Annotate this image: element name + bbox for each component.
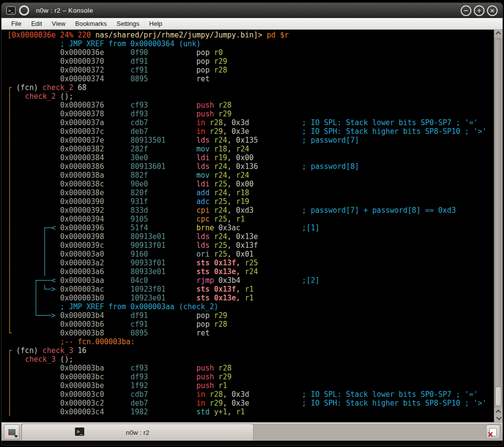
terminal-line: │ check_3 (); (7, 355, 494, 364)
minimize-button[interactable]: − (461, 5, 471, 16)
menu-item-bookmarks[interactable]: Bookmarks (70, 19, 112, 28)
text-segment: , 0x01 (227, 250, 254, 259)
menu-item-settings[interactable]: Settings (112, 19, 144, 28)
text-segment: 0x0000037c (60, 127, 104, 136)
text-segment: ; IO SPH: Stack higher bits SP8-SP10 ; '… (302, 127, 486, 136)
text-segment: 16 (73, 346, 86, 355)
new-tab-button[interactable] (4, 424, 19, 440)
text-segment: └ (7, 329, 12, 337)
text-segment: 0895 (131, 74, 196, 83)
text-segment: │ (7, 399, 12, 408)
text-segment: │ (7, 171, 12, 180)
text-segment (104, 118, 131, 127)
text-segment: in (196, 127, 209, 136)
text-segment: r29 (209, 399, 223, 408)
text-segment: (fcn) (16, 346, 42, 355)
text-segment: 90e0 (131, 180, 196, 188)
text-segment (38, 302, 60, 311)
close-session-icon: × (489, 428, 497, 436)
scrollbar[interactable] (494, 30, 503, 422)
text-segment: 0x000003aa (60, 276, 104, 285)
text-segment: 1f92 (131, 381, 196, 390)
text-segment: check_2 (25, 92, 56, 101)
text-segment: 9105 (131, 215, 196, 224)
text-segment (12, 276, 34, 285)
text-segment: │ (7, 197, 12, 206)
text-segment: ret (196, 74, 209, 83)
scrollbar-track[interactable] (496, 38, 501, 390)
terminal-line: │ 0x0000038c 90e0 ldi r25, 0x00 (7, 180, 494, 188)
maximize-button[interactable]: + (474, 5, 485, 16)
text-segment: │ (7, 302, 12, 311)
text-segment: cpi (196, 206, 214, 215)
text-segment (104, 241, 131, 250)
terminal-output[interactable]: [0x0000036e 24% 220 nas/shared/prj/rhme2… (1, 30, 494, 422)
text-segment: 0x00000386 (60, 162, 104, 171)
text-segment (104, 110, 131, 118)
text-segment: pop (196, 66, 214, 74)
text-segment: pd $r (267, 31, 289, 39)
text-segment: 0x000003c2 (60, 399, 104, 408)
terminal-line: │ ┌───< 0x000003aa 04c0 rjmp 0x3b4 ;[2] (7, 276, 494, 285)
text-segment: │ (7, 206, 12, 215)
menu-item-help[interactable]: Help (144, 19, 167, 28)
window-menu-terminal-icon[interactable]: >_ (6, 6, 16, 15)
text-segment: 0x00000396 (60, 224, 104, 232)
text-segment: r25 (214, 250, 227, 259)
text-segment: 1982 (131, 408, 196, 416)
titlebar[interactable]: >_ n0w : r2 – Konsole −+× (1, 3, 503, 18)
text-segment (104, 311, 131, 320)
text-segment: │ (42, 250, 47, 259)
text-segment: ;[2] (302, 276, 319, 285)
terminal-line: │ 0x000003c4 1982 std y+1, r1 (7, 408, 494, 416)
tab-n0w-r2[interactable]: >_ n0w : r2 (21, 424, 254, 441)
close-session-button[interactable]: × (486, 425, 500, 439)
text-segment: r29 (219, 372, 232, 381)
menu-item-edit[interactable]: Edit (26, 19, 47, 28)
scroll-button-group[interactable] (494, 408, 503, 422)
konsole-tab-icon: >_ (75, 427, 85, 436)
text-segment: │ (42, 259, 47, 267)
text-segment: │ (7, 250, 12, 259)
text-segment: ┌─< (42, 224, 60, 232)
text-segment: │ (7, 390, 12, 399)
text-segment: add (196, 188, 214, 197)
text-segment (104, 188, 131, 197)
tabbar: >_ n0w : r2 × (1, 422, 503, 441)
scrollbar-thumb[interactable] (495, 387, 502, 406)
text-segment: r1 (245, 285, 254, 294)
text-segment (47, 250, 60, 259)
menu-item-file[interactable]: File (6, 19, 26, 28)
text-segment: ret (196, 329, 209, 337)
text-segment: , (227, 408, 236, 416)
text-segment: r1 (219, 381, 227, 390)
text-segment: sts 0x13f, (196, 285, 240, 294)
text-segment (12, 408, 60, 416)
text-segment (12, 364, 60, 372)
text-segment: r24 (214, 162, 227, 171)
text-segment: , (227, 197, 236, 206)
text-segment: , 0x3d (223, 118, 302, 127)
text-segment: , 0x13f (227, 241, 258, 250)
text-segment: lds (196, 136, 214, 145)
text-segment: └───> (34, 311, 60, 320)
text-segment: , 0x00 (227, 153, 254, 162)
text-segment: [0x0000036e 24% 220 (7, 31, 95, 39)
text-segment: 0x00000378 (60, 110, 104, 118)
close-button[interactable]: × (487, 5, 498, 16)
text-segment: 0x000003a6 (60, 267, 104, 276)
text-segment: r1 (245, 294, 254, 302)
text-segment: r24 (214, 171, 227, 180)
text-segment: 68 (73, 83, 86, 92)
text-segment: 80933e01 (131, 267, 196, 276)
text-segment: cpc (196, 215, 214, 224)
menu-item-view[interactable]: View (47, 19, 70, 28)
text-segment (104, 390, 131, 399)
text-segment: 80913e01 (131, 232, 196, 241)
text-segment (104, 294, 131, 302)
text-segment: r24 (245, 267, 258, 276)
text-segment: 30e0 (131, 153, 196, 162)
text-segment: ;-- fcn.000003ba: (60, 337, 135, 346)
text-segment: │ └─> (34, 285, 60, 294)
scroll-up-button[interactable] (494, 30, 503, 37)
